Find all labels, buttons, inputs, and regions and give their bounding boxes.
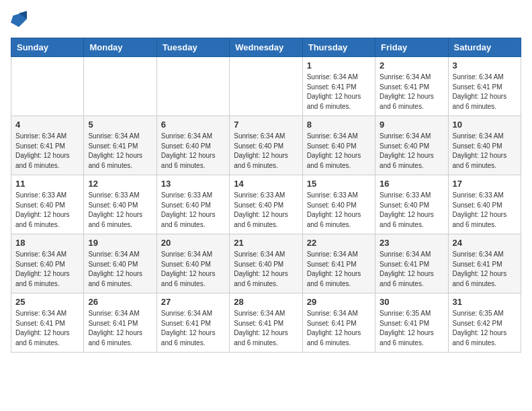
cell-info: Sunrise: 6:34 AM Sunset: 6:40 PM Dayligh…: [453, 132, 517, 171]
day-number: 21: [234, 238, 298, 248]
day-number: 4: [15, 120, 79, 130]
calendar-cell: 23Sunrise: 6:34 AM Sunset: 6:41 PM Dayli…: [375, 234, 448, 293]
day-number: 26: [88, 297, 152, 307]
day-number: 8: [307, 120, 371, 130]
calendar-header-row: SundayMondayTuesdayWednesdayThursdayFrid…: [11, 38, 521, 57]
cell-info: Sunrise: 6:34 AM Sunset: 6:40 PM Dayligh…: [161, 250, 225, 289]
page-header: [11, 11, 521, 30]
cell-info: Sunrise: 6:34 AM Sunset: 6:41 PM Dayligh…: [453, 73, 517, 111]
cell-info: Sunrise: 6:33 AM Sunset: 6:40 PM Dayligh…: [234, 191, 298, 230]
day-number: 25: [15, 297, 79, 307]
column-header-monday: Monday: [84, 38, 157, 57]
calendar-cell: 16Sunrise: 6:33 AM Sunset: 6:40 PM Dayli…: [375, 175, 448, 234]
calendar-cell: [11, 57, 84, 116]
cell-info: Sunrise: 6:34 AM Sunset: 6:41 PM Dayligh…: [234, 309, 298, 348]
day-number: 15: [307, 179, 371, 189]
calendar-cell: 7Sunrise: 6:34 AM Sunset: 6:40 PM Daylig…: [230, 116, 302, 175]
cell-info: Sunrise: 6:34 AM Sunset: 6:41 PM Dayligh…: [453, 250, 517, 289]
day-number: 18: [15, 238, 79, 248]
calendar-cell: 2Sunrise: 6:34 AM Sunset: 6:41 PM Daylig…: [375, 57, 448, 116]
calendar-cell: 24Sunrise: 6:34 AM Sunset: 6:41 PM Dayli…: [448, 234, 521, 293]
cell-info: Sunrise: 6:33 AM Sunset: 6:40 PM Dayligh…: [88, 191, 152, 230]
day-number: 12: [88, 179, 152, 189]
calendar-cell: 30Sunrise: 6:35 AM Sunset: 6:41 PM Dayli…: [375, 293, 448, 353]
calendar-cell: 22Sunrise: 6:34 AM Sunset: 6:41 PM Dayli…: [302, 234, 375, 293]
day-number: 30: [380, 297, 443, 307]
day-number: 14: [234, 179, 298, 189]
cell-info: Sunrise: 6:34 AM Sunset: 6:40 PM Dayligh…: [234, 250, 298, 289]
calendar-cell: 21Sunrise: 6:34 AM Sunset: 6:40 PM Dayli…: [230, 234, 302, 293]
day-number: 3: [453, 60, 517, 71]
calendar-cell: 13Sunrise: 6:33 AM Sunset: 6:40 PM Dayli…: [157, 175, 229, 234]
calendar-cell: 14Sunrise: 6:33 AM Sunset: 6:40 PM Dayli…: [230, 175, 302, 234]
cell-info: Sunrise: 6:33 AM Sunset: 6:40 PM Dayligh…: [161, 191, 225, 230]
day-number: 27: [161, 297, 225, 307]
calendar-cell: 8Sunrise: 6:34 AM Sunset: 6:40 PM Daylig…: [302, 116, 375, 175]
cell-info: Sunrise: 6:34 AM Sunset: 6:40 PM Dayligh…: [15, 250, 79, 289]
calendar-cell: 1Sunrise: 6:34 AM Sunset: 6:41 PM Daylig…: [302, 57, 375, 116]
day-number: 29: [307, 297, 371, 307]
logo-icon: [11, 11, 27, 30]
calendar-cell: 10Sunrise: 6:34 AM Sunset: 6:40 PM Dayli…: [448, 116, 521, 175]
calendar-cell: 15Sunrise: 6:33 AM Sunset: 6:40 PM Dayli…: [302, 175, 375, 234]
cell-info: Sunrise: 6:34 AM Sunset: 6:41 PM Dayligh…: [15, 309, 79, 348]
calendar-cell: 29Sunrise: 6:34 AM Sunset: 6:41 PM Dayli…: [302, 293, 375, 353]
cell-info: Sunrise: 6:34 AM Sunset: 6:41 PM Dayligh…: [307, 250, 371, 289]
cell-info: Sunrise: 6:34 AM Sunset: 6:40 PM Dayligh…: [307, 132, 371, 171]
day-number: 31: [453, 297, 517, 307]
calendar-cell: 6Sunrise: 6:34 AM Sunset: 6:40 PM Daylig…: [157, 116, 229, 175]
cell-info: Sunrise: 6:34 AM Sunset: 6:41 PM Dayligh…: [380, 73, 443, 111]
day-number: 22: [307, 238, 371, 248]
cell-info: Sunrise: 6:34 AM Sunset: 6:41 PM Dayligh…: [307, 309, 371, 348]
calendar-cell: 28Sunrise: 6:34 AM Sunset: 6:41 PM Dayli…: [230, 293, 302, 353]
day-number: 19: [88, 238, 152, 248]
calendar-cell: [230, 57, 302, 116]
calendar-week-row: 4Sunrise: 6:34 AM Sunset: 6:41 PM Daylig…: [11, 116, 521, 175]
calendar-cell: 12Sunrise: 6:33 AM Sunset: 6:40 PM Dayli…: [84, 175, 157, 234]
calendar-cell: [157, 57, 229, 116]
cell-info: Sunrise: 6:33 AM Sunset: 6:40 PM Dayligh…: [453, 191, 517, 230]
calendar-cell: 18Sunrise: 6:34 AM Sunset: 6:40 PM Dayli…: [11, 234, 84, 293]
calendar-cell: 19Sunrise: 6:34 AM Sunset: 6:40 PM Dayli…: [84, 234, 157, 293]
calendar-week-row: 18Sunrise: 6:34 AM Sunset: 6:40 PM Dayli…: [11, 234, 521, 293]
column-header-tuesday: Tuesday: [157, 38, 229, 57]
calendar-cell: 20Sunrise: 6:34 AM Sunset: 6:40 PM Dayli…: [157, 234, 229, 293]
calendar-week-row: 11Sunrise: 6:33 AM Sunset: 6:40 PM Dayli…: [11, 175, 521, 234]
calendar-cell: 3Sunrise: 6:34 AM Sunset: 6:41 PM Daylig…: [448, 57, 521, 116]
day-number: 20: [161, 238, 225, 248]
day-number: 23: [380, 238, 443, 248]
calendar-cell: [84, 57, 157, 116]
calendar-cell: 5Sunrise: 6:34 AM Sunset: 6:41 PM Daylig…: [84, 116, 157, 175]
calendar-cell: 9Sunrise: 6:34 AM Sunset: 6:40 PM Daylig…: [375, 116, 448, 175]
cell-info: Sunrise: 6:34 AM Sunset: 6:41 PM Dayligh…: [161, 309, 225, 348]
cell-info: Sunrise: 6:35 AM Sunset: 6:41 PM Dayligh…: [380, 309, 443, 348]
cell-info: Sunrise: 6:34 AM Sunset: 6:41 PM Dayligh…: [380, 250, 443, 289]
day-number: 28: [234, 297, 298, 307]
cell-info: Sunrise: 6:33 AM Sunset: 6:40 PM Dayligh…: [15, 191, 79, 230]
calendar-week-row: 1Sunrise: 6:34 AM Sunset: 6:41 PM Daylig…: [11, 57, 521, 116]
calendar-cell: 17Sunrise: 6:33 AM Sunset: 6:40 PM Dayli…: [448, 175, 521, 234]
cell-info: Sunrise: 6:34 AM Sunset: 6:40 PM Dayligh…: [234, 132, 298, 171]
column-header-friday: Friday: [375, 38, 448, 57]
cell-info: Sunrise: 6:35 AM Sunset: 6:42 PM Dayligh…: [453, 309, 517, 348]
calendar-cell: 26Sunrise: 6:34 AM Sunset: 6:41 PM Dayli…: [84, 293, 157, 353]
day-number: 6: [161, 120, 225, 130]
cell-info: Sunrise: 6:34 AM Sunset: 6:41 PM Dayligh…: [88, 132, 152, 171]
cell-info: Sunrise: 6:33 AM Sunset: 6:40 PM Dayligh…: [307, 191, 371, 230]
calendar-cell: 4Sunrise: 6:34 AM Sunset: 6:41 PM Daylig…: [11, 116, 84, 175]
cell-info: Sunrise: 6:34 AM Sunset: 6:41 PM Dayligh…: [307, 73, 371, 111]
day-number: 17: [453, 179, 517, 189]
cell-info: Sunrise: 6:34 AM Sunset: 6:40 PM Dayligh…: [380, 132, 443, 171]
calendar-week-row: 25Sunrise: 6:34 AM Sunset: 6:41 PM Dayli…: [11, 293, 521, 353]
day-number: 2: [380, 60, 443, 71]
logo: [11, 11, 30, 30]
cell-info: Sunrise: 6:34 AM Sunset: 6:41 PM Dayligh…: [88, 309, 152, 348]
calendar-cell: 31Sunrise: 6:35 AM Sunset: 6:42 PM Dayli…: [448, 293, 521, 353]
calendar-cell: 25Sunrise: 6:34 AM Sunset: 6:41 PM Dayli…: [11, 293, 84, 353]
column-header-sunday: Sunday: [11, 38, 84, 57]
cell-info: Sunrise: 6:34 AM Sunset: 6:40 PM Dayligh…: [161, 132, 225, 171]
day-number: 11: [15, 179, 79, 189]
day-number: 10: [453, 120, 517, 130]
column-header-thursday: Thursday: [302, 38, 375, 57]
day-number: 16: [380, 179, 443, 189]
